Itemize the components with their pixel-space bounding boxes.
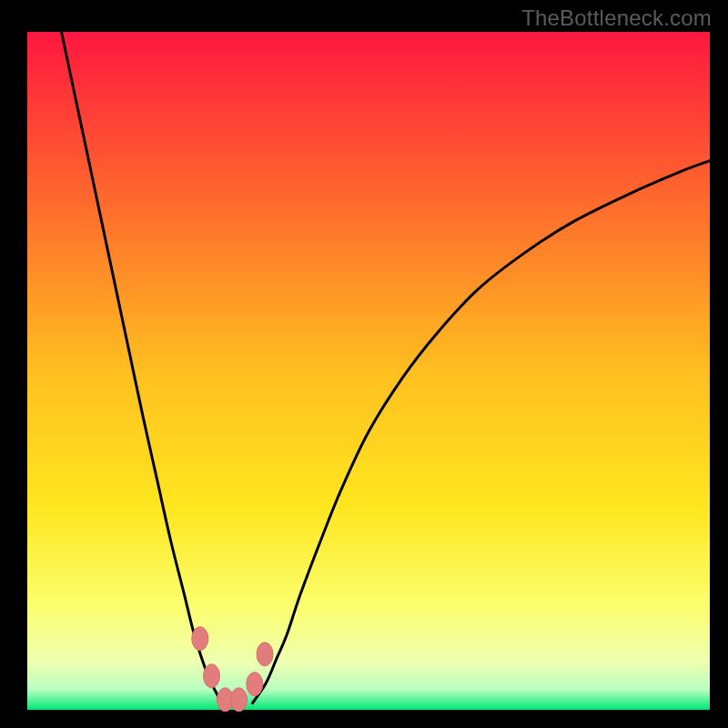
marker-left-upper: [192, 627, 208, 651]
marker-bottom-2: [231, 688, 248, 712]
marker-right-lower: [247, 672, 263, 696]
marker-left-lower: [204, 664, 220, 688]
plot-background: [27, 32, 710, 710]
chart-frame: TheBottleneck.com: [0, 0, 728, 728]
marker-right-upper: [257, 642, 273, 666]
bottleneck-chart: [0, 0, 728, 728]
